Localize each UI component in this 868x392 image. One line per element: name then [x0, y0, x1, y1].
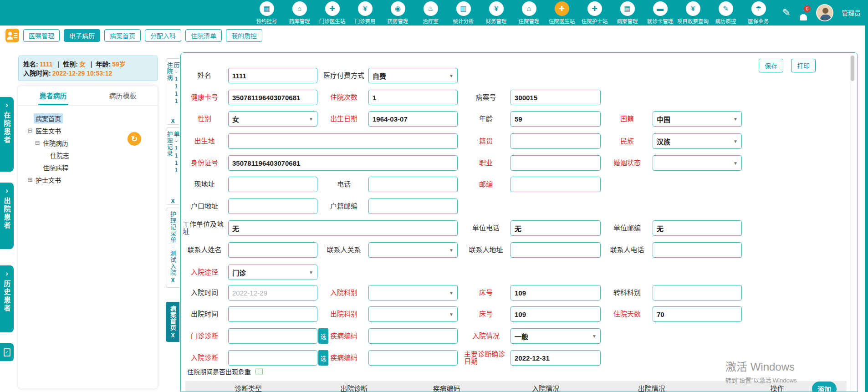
tab-my-qc[interactable]: 我的质控: [226, 29, 262, 42]
sidebar-item-in-hospital[interactable]: › 在院患者: [0, 97, 14, 172]
marital-select[interactable]: ▼: [653, 155, 742, 171]
gender-select[interactable]: 女 ▼: [228, 111, 317, 127]
id-card-input[interactable]: [228, 155, 458, 171]
tab-record-template[interactable]: 病历模板: [88, 86, 158, 105]
tree-node-label[interactable]: 住院病程: [41, 163, 70, 173]
nav-fee-query[interactable]: ¥ 项目收费查询: [679, 1, 708, 25]
birth-place-input[interactable]: [228, 133, 458, 149]
nationality-select[interactable]: 中国 ▼: [653, 111, 742, 127]
tab-assign-dept[interactable]: 分配入科: [145, 29, 181, 42]
nav-appointment[interactable]: ▦ 预约挂号: [252, 1, 281, 25]
postcode-input[interactable]: [511, 177, 601, 192]
occupation-input[interactable]: [511, 155, 601, 171]
panel-scrollbar-track[interactable]: [850, 54, 855, 392]
critical-checkbox[interactable]: [255, 368, 263, 375]
doc-tab-case-front-page[interactable]: 病案首页 X: [166, 302, 179, 342]
nav-inpatient-doctor[interactable]: ✚ 住院医生站: [547, 1, 577, 25]
bed-no2-input[interactable]: [511, 306, 601, 322]
user-avatar[interactable]: [816, 4, 833, 21]
outpatient-diag-input[interactable]: [228, 328, 317, 344]
nav-inpatient-nurse[interactable]: ✚ 住院护士站: [580, 1, 609, 25]
page-scrollbar[interactable]: [865, 25, 868, 392]
tree-node-label[interactable]: 住院志: [48, 150, 71, 160]
unit-postcode-input[interactable]: [653, 220, 742, 236]
pay-method-select[interactable]: 自费 ▼: [368, 68, 458, 83]
nav-record-qc[interactable]: ✎ 病历质控: [711, 1, 740, 25]
nav-inpatient-mgmt[interactable]: ⌂ 住院管理: [515, 1, 544, 25]
add-diagnosis-button[interactable]: 添加: [812, 382, 837, 392]
tree-node-label[interactable]: 病案首页: [34, 113, 63, 123]
discharge-time-input[interactable]: [228, 306, 317, 322]
nav-outpatient-fee[interactable]: ¥ 门诊费用: [351, 1, 380, 25]
collapse-icon[interactable]: ⊟: [34, 139, 41, 146]
main-diag-date-input[interactable]: [511, 350, 601, 366]
case-no-input[interactable]: [511, 90, 601, 105]
nav-visit-card[interactable]: ▬ 就诊卡管理: [646, 1, 675, 25]
close-icon[interactable]: X: [171, 198, 174, 204]
nav-statistics[interactable]: ▥ 统计分析: [449, 1, 478, 25]
nav-outpatient-doctor[interactable]: ✚ 门诊医生站: [318, 1, 347, 25]
tab-inpatient-list[interactable]: 住院清单: [185, 29, 222, 42]
native-place-input[interactable]: [511, 133, 601, 149]
tab-order-mgmt[interactable]: 医嘱管理: [23, 29, 60, 42]
doc-tab-nursing-record-1[interactable]: 护理记录单-1111 X: [166, 127, 179, 205]
collapse-icon[interactable]: ⊟: [26, 127, 34, 134]
tab-emr[interactable]: 电子病历: [64, 29, 100, 42]
disease-code1-input[interactable]: [368, 328, 458, 344]
work-unit-input[interactable]: [228, 220, 458, 236]
record-qc-icon: ✎: [719, 1, 733, 16]
stay-days-input[interactable]: [653, 306, 742, 322]
contact-phone-input[interactable]: [653, 242, 742, 258]
contact-relation-select[interactable]: ▼: [368, 242, 458, 258]
transfer-dept-input[interactable]: [653, 285, 742, 300]
tab-case-front-page[interactable]: 病案首页: [104, 29, 141, 42]
ethnic-select[interactable]: 汉族 ▼: [653, 133, 742, 149]
admit-diag-input[interactable]: [228, 350, 317, 366]
admit-path-select[interactable]: 门诊 ▼: [228, 265, 317, 280]
admit-condition-select[interactable]: 一般 ▼: [511, 328, 601, 344]
edit-pencil-icon[interactable]: ✎: [782, 7, 791, 19]
health-card-input[interactable]: [228, 90, 317, 105]
close-icon[interactable]: X: [171, 118, 174, 124]
discharge-dept-select[interactable]: ▼: [368, 306, 458, 322]
birth-date-input[interactable]: [368, 111, 458, 127]
disease-code2-input[interactable]: [368, 350, 458, 366]
sidebar-item-discharged[interactable]: › 出院患者: [0, 183, 14, 249]
bed-no-input[interactable]: [511, 285, 601, 300]
tree-node-label[interactable]: 医生文书: [34, 126, 63, 136]
cur-address-input[interactable]: [228, 177, 317, 192]
nav-treatment-room[interactable]: ♨ 治疗室: [416, 1, 445, 25]
contact-address-input[interactable]: [511, 242, 601, 258]
name-input[interactable]: [228, 68, 317, 83]
nav-medical-records[interactable]: ▤ 病案管理: [613, 1, 642, 25]
tab-patient-record[interactable]: 患者病历: [18, 86, 88, 105]
contact-name-input[interactable]: [228, 242, 317, 258]
nav-insurance[interactable]: ☂ 医保业务: [744, 1, 773, 25]
sidebar-item-history[interactable]: › 历史患者: [0, 265, 14, 332]
close-icon[interactable]: X: [171, 277, 174, 284]
admit-time-input[interactable]: [228, 285, 317, 300]
phone-input[interactable]: [368, 177, 458, 192]
work-unit-label: 工作单位及地址: [183, 220, 226, 236]
panel-scrollbar-thumb[interactable]: [851, 56, 854, 81]
unit-phone-input[interactable]: [511, 220, 601, 236]
tree-node-label[interactable]: 护士文书: [34, 175, 63, 185]
age-input[interactable]: [511, 111, 601, 127]
tree-node-label[interactable]: 住院病历: [41, 138, 70, 148]
expand-icon[interactable]: ⊞: [26, 176, 34, 183]
hukou-address-input[interactable]: [228, 199, 317, 214]
hukou-postcode-input[interactable]: [368, 199, 458, 214]
doc-tab-nursing-record-2[interactable]: 护理记录单-测试入院 X: [166, 208, 179, 288]
close-icon[interactable]: X: [171, 332, 174, 339]
patient-list-icon-button[interactable]: [5, 29, 19, 42]
notification-bell-icon[interactable]: 0: [799, 8, 808, 18]
nav-dispensary[interactable]: ◉ 药房管理: [383, 1, 413, 25]
nav-pharmacy-store[interactable]: ⌂ 药库管理: [285, 1, 314, 25]
admit-count-input[interactable]: [368, 90, 458, 105]
sidebar-checklist-button[interactable]: ✓: [0, 343, 14, 361]
doc-tab-inpatient-record[interactable]: 住院病历-1111 X: [166, 58, 179, 125]
nav-finance[interactable]: ¥ 财务管理: [482, 1, 511, 25]
fee-query-icon: ¥: [686, 1, 700, 16]
refresh-button[interactable]: ↻: [128, 132, 141, 146]
admit-dept-select[interactable]: ▼: [368, 285, 458, 300]
